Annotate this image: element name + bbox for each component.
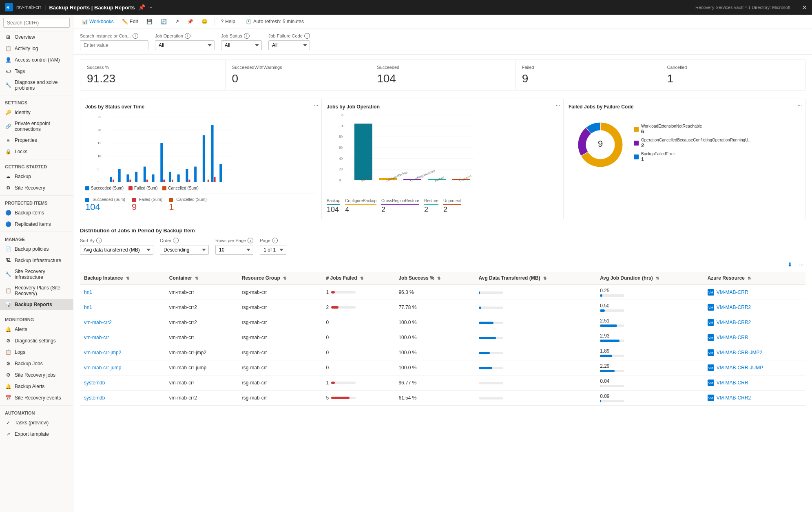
page-select[interactable]: 1 of 1 [260, 245, 286, 255]
azure-resource-cell: VMVM-MAB-CRR [704, 330, 805, 345]
sidebar-item-replicated-items[interactable]: 🔵Replicated items [0, 218, 73, 230]
sort-icon: ⇅ [543, 276, 546, 280]
donut-color [634, 127, 639, 132]
sort-icon: ⇅ [126, 276, 129, 280]
status-chart-menu[interactable]: ··· [314, 102, 318, 108]
table-header-job-success-%[interactable]: Job Success % ⇅ [394, 272, 474, 285]
sidebar-item-tasks-preview[interactable]: ✓Tasks (preview) [0, 417, 73, 428]
backup-instance-link[interactable]: systemdb [84, 380, 105, 386]
table-row: vm-mab-crr-jmp2vm-mab-crr-jmp2rsg-mab-cr… [80, 345, 805, 360]
stats-row: Success %91.23SucceededWithWarnings0Succ… [80, 60, 805, 90]
backup-instance-link[interactable]: vm-mab-crr-jump [84, 365, 121, 371]
sidebar-item-overview[interactable]: ⊞Overview [0, 31, 73, 43]
workbooks-button[interactable]: 📊 Workbooks [78, 17, 117, 26]
stat-value: 1 [667, 72, 799, 85]
sidebar-item-alerts[interactable]: 🔔Alerts [0, 324, 73, 335]
sidebar-item-identity[interactable]: 🔑Identity [0, 107, 73, 118]
azure-resource-cell: VMVM-MAB-CRR2 [704, 315, 805, 330]
azure-resource-link[interactable]: VM-MAB-CRR2 [717, 320, 751, 325]
job-op-chart-menu[interactable]: ··· [556, 102, 560, 108]
job-failure-code-group: Job Failure Code i All [268, 33, 310, 50]
sidebar-item-locks[interactable]: 🔒Locks [0, 146, 73, 157]
job-failure-code-select[interactable]: All [268, 40, 310, 50]
sidebar-item-site-recovery[interactable]: ♻Site Recovery [0, 182, 73, 194]
sidebar-item-site-recovery-events[interactable]: 📅Site Recovery events [0, 392, 73, 404]
jobs-failed-cell: 5 [322, 391, 394, 406]
more-icon[interactable]: ··· [148, 4, 153, 10]
refresh-button[interactable]: 🔄 [157, 17, 170, 26]
backup-instance-link[interactable]: hn1 [84, 289, 92, 295]
sidebar-item-recovery-plans[interactable]: 📋Recovery Plans (Site Recovery) [0, 282, 73, 299]
download-button[interactable]: ⬇ [786, 260, 794, 269]
search-filter-input[interactable] [80, 40, 148, 50]
search-input[interactable] [3, 18, 70, 28]
job-operation-select[interactable]: AllBackupRestoreConfigureBackupCrossRegi… [155, 40, 215, 50]
sidebar-item-diagnostic-settings[interactable]: ⚙Diagnostic settings [0, 335, 73, 346]
charts-row: Jobs by Status over Time ··· Succeeded (… [80, 99, 805, 219]
share-button[interactable]: ↗ [172, 17, 182, 26]
edit-button[interactable]: ✏️ Edit [119, 17, 142, 26]
sidebar-item-private-endpoint[interactable]: 🔗Private endpoint connections [0, 118, 73, 135]
azure-resource-link[interactable]: VM-MAB-CRR [717, 380, 748, 386]
stat-label: Succeeded [377, 65, 509, 70]
sidebar-item-activity-log[interactable]: 📋Activity log [0, 43, 73, 54]
backup-instance-link[interactable]: vm-mab-crr2 [84, 320, 112, 325]
azure-resource-link[interactable]: VM-MAB-CRR [717, 335, 748, 340]
table-header-container[interactable]: Container ⇅ [165, 272, 238, 285]
table-header-azure-resource[interactable]: Azure Resource ⇅ [704, 272, 805, 285]
table-header-backup-instance[interactable]: Backup Instance ⇅ [80, 272, 165, 285]
backup-instance-link[interactable]: systemdb [84, 395, 105, 401]
job-status-info-icon: i [244, 33, 250, 39]
save-button[interactable]: 💾 [143, 17, 156, 26]
backup-instance-link[interactable]: vm-mab-crr [84, 335, 109, 340]
rows-per-page-select[interactable]: 102550 [215, 245, 253, 255]
overview-label: Overview [15, 34, 35, 40]
sidebar-item-export-template[interactable]: ↗Export template [0, 428, 73, 440]
table-header-resource-group[interactable]: Resource Group ⇅ [238, 272, 322, 285]
jobs-failed-cell: 2 [322, 300, 394, 315]
sort-by-select[interactable]: Avg data transferred (MB)Job Success %# … [80, 245, 153, 255]
page-label: Page i [260, 238, 286, 243]
azure-resource-link[interactable]: VM-MAB-CRR-JUMP [717, 365, 763, 371]
sidebar-item-backup-reports[interactable]: 📊Backup Reports [0, 299, 73, 310]
table-header-avg-job-duration-(hrs)[interactable]: Avg Job Duration (hrs) ⇅ [596, 272, 703, 285]
identity-icon: 🔑 [5, 109, 11, 116]
sidebar-item-backup[interactable]: ☁Backup [0, 171, 73, 182]
order-select[interactable]: DescendingAscending [160, 245, 209, 255]
sidebar-item-backup-items[interactable]: 🔵Backup items [0, 207, 73, 218]
table-header-avg-data-transferred-(mb)[interactable]: Avg Data Transferred (MB) ⇅ [475, 272, 596, 285]
sidebar-item-diagnose[interactable]: 🔧Diagnose and solve problems [0, 77, 73, 93]
azure-resource-link[interactable]: VM-MAB-CRR2 [717, 395, 751, 401]
azure-resource-link[interactable]: VM-MAB-CRR-JMP2 [717, 350, 763, 355]
page-title: Backup Reports | Backup Reports [49, 4, 135, 11]
help-button[interactable]: ? Help [218, 17, 239, 26]
avg-duration-cell: 0.04 [596, 375, 703, 391]
avg-duration-cell: 0.50 [596, 300, 703, 315]
properties-icon: ≡ [5, 137, 11, 143]
sidebar-item-access-control[interactable]: 👤Access control (IAM) [0, 54, 73, 66]
sidebar-item-site-recovery-jobs[interactable]: ⚙Site Recovery jobs [0, 369, 73, 381]
sidebar-item-backup-infrastructure[interactable]: 🏗Backup Infrastructure [0, 255, 73, 266]
backup-instance-link[interactable]: hn1 [84, 305, 92, 310]
table-more-button[interactable]: ··· [797, 260, 805, 269]
smiley-button[interactable]: 😊 [198, 17, 211, 26]
pin-icon[interactable]: 📌 [138, 4, 145, 11]
pin-button[interactable]: 📌 [184, 17, 197, 26]
azure-resource-link[interactable]: VM-MAB-CRR [717, 289, 748, 295]
sidebar-item-backup-jobs[interactable]: ⚙Backup Jobs [0, 358, 73, 369]
title-bar-left: R rsv-mab-crr | Backup Reports | Backup … [5, 3, 153, 11]
sidebar-item-logs[interactable]: 📋Logs [0, 346, 73, 358]
backup-instance-link[interactable]: vm-mab-crr-jmp2 [84, 350, 121, 355]
sidebar-item-backup-alerts[interactable]: 🔔Backup Alerts [0, 381, 73, 392]
azure-resource-link[interactable]: VM-MAB-CRR2 [717, 305, 751, 310]
sidebar-item-site-recovery-infra[interactable]: 🔧Site Recovery infrastructure [0, 266, 73, 282]
close-button[interactable]: ✕ [802, 4, 807, 11]
sidebar-item-backup-policies[interactable]: 📄Backup policies [0, 243, 73, 255]
toolbar: 📊 Workbooks ✏️ Edit 💾 🔄 ↗ 📌 😊 [73, 15, 812, 29]
table-header-#-jobs-failed[interactable]: # Jobs Failed ⇅ [322, 272, 394, 285]
sidebar-item-properties[interactable]: ≡Properties [0, 135, 73, 146]
failed-jobs-menu[interactable]: ··· [798, 102, 802, 108]
job-status-select[interactable]: AllSucceededFailedCancelledInProgress [221, 40, 262, 50]
site-recovery-events-icon: 📅 [5, 395, 11, 401]
sidebar-item-tags[interactable]: 🏷Tags [0, 66, 73, 77]
